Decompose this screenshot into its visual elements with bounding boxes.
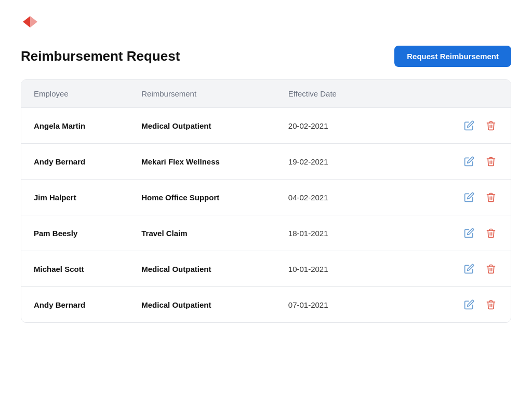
actions-group bbox=[410, 190, 498, 204]
table-row: Jim Halpert Home Office Support 04-02-20… bbox=[21, 180, 511, 215]
actions-group bbox=[410, 226, 498, 240]
delete-button[interactable] bbox=[484, 297, 498, 312]
column-header-employee: Employee bbox=[21, 80, 129, 108]
cell-reimbursement: Travel Claim bbox=[129, 215, 276, 251]
cell-effective-date: 07-01-2021 bbox=[276, 287, 398, 323]
table-row: Angela Martin Medical Outpatient 20-02-2… bbox=[21, 108, 511, 144]
cell-actions bbox=[398, 144, 511, 180]
table-row: Andy Bernard Medical Outpatient 07-01-20… bbox=[21, 287, 511, 323]
edit-button[interactable] bbox=[462, 190, 476, 204]
actions-group bbox=[410, 154, 498, 169]
cell-effective-date: 10-01-2021 bbox=[276, 251, 398, 287]
table-row: Michael Scott Medical Outpatient 10-01-2… bbox=[21, 251, 511, 287]
edit-button[interactable] bbox=[462, 262, 476, 276]
delete-button[interactable] bbox=[484, 262, 498, 276]
cell-effective-date: 18-01-2021 bbox=[276, 215, 398, 251]
cell-employee: Michael Scott bbox=[21, 251, 129, 287]
cell-employee: Angela Martin bbox=[21, 108, 129, 144]
actions-group bbox=[410, 262, 498, 276]
logo-icon bbox=[21, 12, 39, 31]
request-reimbursement-button[interactable]: Request Reimbursement bbox=[394, 46, 511, 67]
cell-effective-date: 19-02-2021 bbox=[276, 144, 398, 180]
page-header: Reimbursement Request Request Reimbursem… bbox=[21, 46, 511, 67]
cell-actions bbox=[398, 287, 511, 323]
cell-employee: Andy Bernard bbox=[21, 144, 129, 180]
cell-employee: Jim Halpert bbox=[21, 180, 129, 215]
edit-button[interactable] bbox=[462, 154, 476, 169]
page-title: Reimbursement Request bbox=[21, 48, 180, 64]
cell-effective-date: 20-02-2021 bbox=[276, 108, 398, 144]
cell-reimbursement: Medical Outpatient bbox=[129, 287, 276, 323]
cell-actions bbox=[398, 180, 511, 215]
column-header-reimbursement: Reimbursement bbox=[129, 80, 276, 108]
delete-button[interactable] bbox=[484, 118, 498, 133]
table-row: Pam Beesly Travel Claim 18-01-2021 bbox=[21, 215, 511, 251]
edit-button[interactable] bbox=[462, 118, 476, 133]
cell-employee: Andy Bernard bbox=[21, 287, 129, 323]
column-header-effective-date: Effective Date bbox=[276, 80, 398, 108]
cell-employee: Pam Beesly bbox=[21, 215, 129, 251]
reimbursement-table-wrapper: Employee Reimbursement Effective Date An… bbox=[21, 79, 511, 323]
reimbursement-table: Employee Reimbursement Effective Date An… bbox=[21, 80, 511, 322]
actions-group bbox=[410, 118, 498, 133]
edit-button[interactable] bbox=[462, 226, 476, 240]
delete-button[interactable] bbox=[484, 226, 498, 240]
edit-button[interactable] bbox=[462, 297, 476, 312]
table-row: Andy Bernard Mekari Flex Wellness 19-02-… bbox=[21, 144, 511, 180]
actions-group bbox=[410, 297, 498, 312]
logo-area bbox=[21, 12, 511, 31]
app-container: Reimbursement Request Request Reimbursem… bbox=[0, 0, 532, 335]
cell-actions bbox=[398, 215, 511, 251]
cell-effective-date: 04-02-2021 bbox=[276, 180, 398, 215]
delete-button[interactable] bbox=[484, 190, 498, 204]
column-header-actions bbox=[398, 80, 511, 108]
cell-reimbursement: Mekari Flex Wellness bbox=[129, 144, 276, 180]
table-header-row: Employee Reimbursement Effective Date bbox=[21, 80, 511, 108]
cell-actions bbox=[398, 108, 511, 144]
cell-reimbursement: Medical Outpatient bbox=[129, 108, 276, 144]
cell-reimbursement: Medical Outpatient bbox=[129, 251, 276, 287]
delete-button[interactable] bbox=[484, 154, 498, 169]
cell-reimbursement: Home Office Support bbox=[129, 180, 276, 215]
cell-actions bbox=[398, 251, 511, 287]
